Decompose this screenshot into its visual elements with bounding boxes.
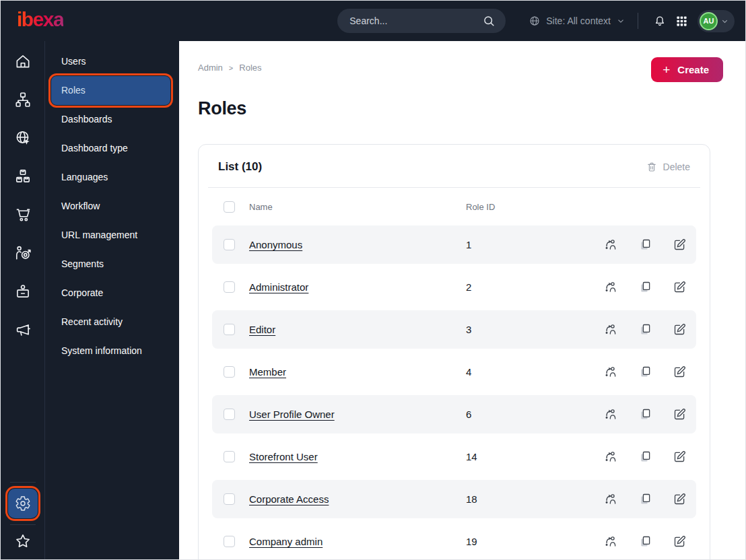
row-checkbox[interactable] — [224, 409, 235, 420]
edit-icon[interactable] — [673, 322, 687, 337]
admin-settings-button[interactable] — [8, 489, 38, 518]
table-row[interactable]: User Profile Owner 6 — [212, 395, 696, 433]
row-checkbox[interactable] — [224, 281, 235, 293]
assign-users-icon[interactable] — [603, 238, 617, 252]
edit-icon[interactable] — [673, 407, 687, 421]
copy-icon[interactable] — [638, 407, 652, 421]
row-checkbox[interactable] — [224, 239, 235, 250]
table-row[interactable]: Storefront User 14 — [212, 438, 696, 476]
copy-icon[interactable] — [638, 534, 652, 549]
personalization-target-icon[interactable] — [14, 244, 32, 262]
app-window: ibexa Site: All context — [0, 0, 746, 560]
edit-icon[interactable] — [673, 280, 687, 294]
chevron-down-icon — [616, 16, 625, 26]
select-all-checkbox[interactable] — [224, 201, 235, 213]
row-checkbox[interactable] — [224, 493, 235, 505]
corporate-badge-icon[interactable] — [14, 283, 32, 300]
content-tree-icon[interactable] — [14, 91, 32, 108]
copy-icon[interactable] — [638, 280, 652, 294]
sidebar-item-label: Roles — [61, 85, 86, 96]
row-checkbox[interactable] — [224, 451, 235, 462]
sidebar-item-system-information[interactable]: System information — [51, 337, 170, 365]
role-id-value: 2 — [466, 281, 603, 293]
sidebar-item-roles[interactable]: Roles — [51, 76, 170, 105]
assign-users-icon[interactable] — [603, 280, 617, 294]
sidebar-item-segments[interactable]: Segments — [51, 250, 170, 279]
sidebar-item-dashboards[interactable]: Dashboards — [51, 105, 170, 134]
role-name-link[interactable]: Administrator — [249, 281, 308, 293]
home-icon[interactable] — [14, 53, 32, 70]
row-actions — [603, 534, 687, 549]
row-actions — [603, 322, 687, 337]
sidebar-item-label: Segments — [61, 258, 104, 269]
sidebar-item-label: Workflow — [61, 201, 100, 211]
assign-users-icon[interactable] — [603, 365, 617, 379]
copy-icon[interactable] — [638, 492, 652, 506]
copy-icon[interactable] — [638, 365, 652, 379]
search-icon[interactable] — [481, 13, 496, 28]
table-row[interactable]: Editor 3 — [212, 310, 696, 349]
global-search[interactable] — [337, 9, 506, 33]
role-name-link[interactable]: Company admin — [249, 536, 323, 547]
table-row[interactable]: Anonymous 1 — [212, 225, 696, 264]
avatar: AU — [700, 12, 718, 30]
sidebar-item-workflow[interactable]: Workflow — [51, 192, 170, 221]
edit-icon[interactable] — [673, 365, 687, 379]
sidebar-item-label: Dashboards — [61, 114, 112, 125]
sidebar-item-label: Users — [61, 56, 86, 67]
table-row[interactable]: Corporate Access 18 — [212, 480, 696, 518]
sidebar-item-users[interactable]: Users — [51, 47, 170, 76]
row-checkbox[interactable] — [224, 324, 235, 335]
role-id-value: 1 — [466, 239, 603, 250]
rail-bottom — [1, 482, 44, 553]
product-catalog-icon[interactable] — [14, 168, 32, 185]
row-checkbox[interactable] — [224, 366, 235, 378]
sidebar-item-label: Dashboard type — [61, 143, 128, 153]
role-name-link[interactable]: Editor — [249, 324, 275, 335]
delete-button[interactable]: Delete — [646, 162, 690, 172]
site-context-label: Site: All context — [546, 15, 611, 26]
marketing-megaphone-icon[interactable] — [14, 321, 32, 339]
assign-users-icon[interactable] — [603, 407, 617, 421]
assign-users-icon[interactable] — [603, 450, 617, 464]
row-actions — [603, 365, 687, 379]
row-checkbox[interactable] — [224, 536, 235, 547]
sidebar-item-corporate[interactable]: Corporate — [51, 279, 170, 308]
sidebar-item-languages[interactable]: Languages — [51, 163, 170, 192]
breadcrumb-admin[interactable]: Admin — [198, 63, 223, 73]
edit-icon[interactable] — [673, 450, 687, 464]
role-name-link[interactable]: Anonymous — [249, 239, 302, 250]
role-name-link[interactable]: Member — [249, 366, 286, 378]
site-management-icon[interactable] — [14, 129, 32, 147]
app-grid-icon[interactable] — [671, 10, 692, 32]
notifications-bell-icon[interactable] — [649, 10, 671, 32]
edit-icon[interactable] — [673, 238, 687, 252]
row-actions — [603, 407, 687, 421]
assign-users-icon[interactable] — [603, 534, 617, 549]
copy-icon[interactable] — [638, 238, 652, 252]
copy-icon[interactable] — [638, 450, 652, 464]
create-button[interactable]: + Create — [651, 57, 723, 82]
assign-users-icon[interactable] — [603, 492, 617, 506]
site-context-selector[interactable]: Site: All context — [529, 15, 625, 27]
breadcrumb-roles[interactable]: Roles — [239, 63, 261, 73]
user-menu[interactable]: AU — [698, 10, 735, 32]
assign-users-icon[interactable] — [603, 322, 617, 337]
edit-icon[interactable] — [673, 534, 687, 549]
table-row[interactable]: Member 4 — [212, 353, 696, 391]
sidebar-item-dashboard-type[interactable]: Dashboard type — [51, 134, 170, 163]
topbar-right: Site: All context AU — [529, 10, 735, 32]
sidebar-item-url-management[interactable]: URL management — [51, 221, 170, 250]
ibexa-logo[interactable]: ibexa — [17, 9, 63, 32]
table-row[interactable]: Company admin 19 — [212, 522, 696, 559]
copy-icon[interactable] — [638, 322, 652, 337]
edit-icon[interactable] — [673, 492, 687, 506]
search-input[interactable] — [349, 15, 481, 26]
commerce-cart-icon[interactable] — [14, 206, 32, 223]
bookmarks-star-icon[interactable] — [14, 532, 32, 550]
role-name-link[interactable]: Corporate Access — [249, 493, 329, 505]
role-name-link[interactable]: Storefront User — [249, 451, 318, 462]
role-name-link[interactable]: User Profile Owner — [249, 409, 335, 420]
table-row[interactable]: Administrator 2 — [212, 268, 696, 306]
sidebar-item-recent-activity[interactable]: Recent activity — [51, 308, 170, 337]
